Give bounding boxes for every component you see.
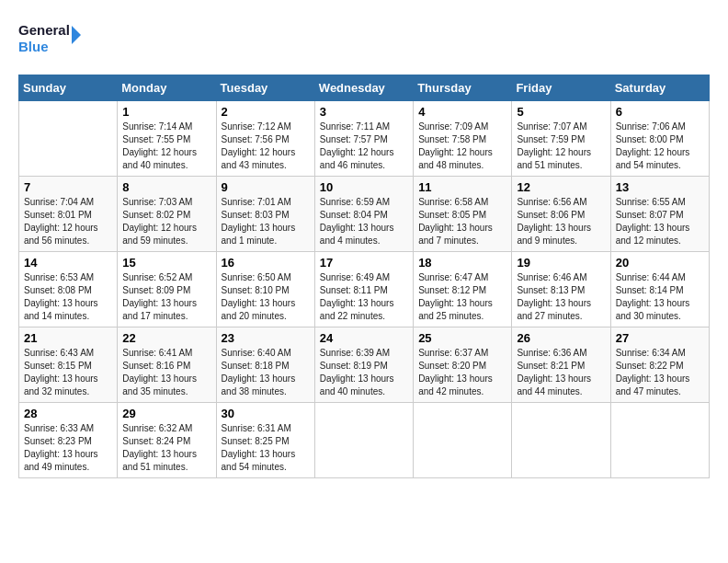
- calendar-cell: 25Sunrise: 6:37 AMSunset: 8:20 PMDayligh…: [414, 327, 512, 403]
- day-info: Sunrise: 6:34 AMSunset: 8:22 PMDaylight:…: [616, 347, 704, 398]
- day-number: 3: [320, 105, 408, 119]
- calendar-cell: 12Sunrise: 6:56 AMSunset: 8:06 PMDayligh…: [512, 177, 610, 252]
- calendar-cell: 4Sunrise: 7:09 AMSunset: 7:58 PMDaylight…: [414, 101, 512, 177]
- day-info: Sunrise: 6:32 AMSunset: 8:24 PMDaylight:…: [122, 422, 210, 474]
- day-info: Sunrise: 7:09 AMSunset: 7:58 PMDaylight:…: [418, 121, 506, 172]
- day-info: Sunrise: 7:01 AMSunset: 8:03 PMDaylight:…: [222, 196, 310, 247]
- day-number: 23: [222, 331, 310, 345]
- calendar-cell: 15Sunrise: 6:52 AMSunset: 8:09 PMDayligh…: [118, 252, 216, 327]
- calendar-cell: 5Sunrise: 7:07 AMSunset: 7:59 PMDaylight…: [512, 101, 610, 177]
- day-number: 5: [517, 105, 605, 119]
- calendar-cell: 14Sunrise: 6:53 AMSunset: 8:08 PMDayligh…: [19, 252, 118, 327]
- calendar-cell: 20Sunrise: 6:44 AMSunset: 8:14 PMDayligh…: [610, 252, 709, 327]
- logo-icon: General Blue: [18, 18, 83, 60]
- calendar-cell: 29Sunrise: 6:32 AMSunset: 8:24 PMDayligh…: [118, 403, 216, 478]
- day-info: Sunrise: 6:44 AMSunset: 8:14 PMDaylight:…: [616, 271, 704, 323]
- day-info: Sunrise: 7:03 AMSunset: 8:02 PMDaylight:…: [122, 196, 210, 247]
- day-info: Sunrise: 6:40 AMSunset: 8:18 PMDaylight:…: [222, 347, 310, 398]
- day-info: Sunrise: 7:07 AMSunset: 7:59 PMDaylight:…: [517, 121, 605, 172]
- calendar-cell: [19, 101, 118, 177]
- day-number: 11: [418, 180, 506, 194]
- day-number: 1: [122, 105, 210, 119]
- day-info: Sunrise: 6:33 AMSunset: 8:23 PMDaylight:…: [24, 422, 112, 474]
- day-number: 8: [122, 180, 210, 194]
- calendar-cell: 16Sunrise: 6:50 AMSunset: 8:10 PMDayligh…: [216, 252, 314, 327]
- calendar-cell: 30Sunrise: 6:31 AMSunset: 8:25 PMDayligh…: [216, 403, 314, 478]
- day-number: 13: [616, 180, 704, 194]
- logo: General Blue: [18, 18, 83, 60]
- day-info: Sunrise: 6:43 AMSunset: 8:15 PMDaylight:…: [24, 347, 112, 398]
- calendar-cell: 19Sunrise: 6:46 AMSunset: 8:13 PMDayligh…: [512, 252, 610, 327]
- day-number: 20: [616, 256, 704, 270]
- day-number: 29: [122, 407, 210, 420]
- svg-text:General: General: [18, 22, 70, 38]
- day-number: 4: [418, 105, 506, 119]
- calendar-cell: 18Sunrise: 6:47 AMSunset: 8:12 PMDayligh…: [414, 252, 512, 327]
- day-number: 27: [616, 331, 704, 345]
- day-info: Sunrise: 6:31 AMSunset: 8:25 PMDaylight:…: [222, 422, 310, 474]
- calendar-cell: 7Sunrise: 7:04 AMSunset: 8:01 PMDaylight…: [19, 177, 118, 252]
- calendar-cell: 9Sunrise: 7:01 AMSunset: 8:03 PMDaylight…: [216, 177, 314, 252]
- calendar-cell: 27Sunrise: 6:34 AMSunset: 8:22 PMDayligh…: [610, 327, 709, 403]
- svg-marker-2: [72, 26, 81, 44]
- calendar-week-5: 28Sunrise: 6:33 AMSunset: 8:23 PMDayligh…: [19, 403, 710, 478]
- calendar-cell: 8Sunrise: 7:03 AMSunset: 8:02 PMDaylight…: [118, 177, 216, 252]
- day-info: Sunrise: 6:36 AMSunset: 8:21 PMDaylight:…: [517, 347, 605, 398]
- day-info: Sunrise: 6:55 AMSunset: 8:07 PMDaylight:…: [616, 196, 704, 247]
- day-number: 30: [222, 407, 310, 420]
- calendar-cell: 6Sunrise: 7:06 AMSunset: 8:00 PMDaylight…: [610, 101, 709, 177]
- calendar-cell: 21Sunrise: 6:43 AMSunset: 8:15 PMDayligh…: [19, 327, 118, 403]
- weekday-header-saturday: Saturday: [610, 75, 709, 101]
- day-info: Sunrise: 6:56 AMSunset: 8:06 PMDaylight:…: [517, 196, 605, 247]
- day-number: 19: [517, 256, 605, 270]
- day-info: Sunrise: 6:49 AMSunset: 8:11 PMDaylight:…: [320, 271, 408, 323]
- day-info: Sunrise: 7:12 AMSunset: 7:56 PMDaylight:…: [222, 121, 310, 172]
- day-info: Sunrise: 6:37 AMSunset: 8:20 PMDaylight:…: [418, 347, 506, 398]
- day-number: 14: [24, 256, 112, 270]
- calendar-week-1: 1Sunrise: 7:14 AMSunset: 7:55 PMDaylight…: [19, 101, 710, 177]
- day-number: 18: [418, 256, 506, 270]
- calendar-cell: [512, 403, 610, 478]
- day-number: 28: [24, 407, 112, 420]
- calendar-cell: 26Sunrise: 6:36 AMSunset: 8:21 PMDayligh…: [512, 327, 610, 403]
- weekday-header-sunday: Sunday: [19, 75, 118, 101]
- day-number: 25: [418, 331, 506, 345]
- day-number: 12: [517, 180, 605, 194]
- calendar-cell: 2Sunrise: 7:12 AMSunset: 7:56 PMDaylight…: [216, 101, 314, 177]
- calendar-cell: 24Sunrise: 6:39 AMSunset: 8:19 PMDayligh…: [314, 327, 413, 403]
- calendar-cell: 13Sunrise: 6:55 AMSunset: 8:07 PMDayligh…: [610, 177, 709, 252]
- svg-text:Blue: Blue: [18, 39, 49, 54]
- day-info: Sunrise: 6:52 AMSunset: 8:09 PMDaylight:…: [122, 271, 210, 323]
- day-number: 6: [616, 105, 704, 119]
- weekday-header-monday: Monday: [118, 75, 216, 101]
- day-info: Sunrise: 7:04 AMSunset: 8:01 PMDaylight:…: [24, 196, 112, 247]
- calendar-cell: [610, 403, 709, 478]
- calendar-cell: 10Sunrise: 6:59 AMSunset: 8:04 PMDayligh…: [314, 177, 413, 252]
- calendar-cell: 3Sunrise: 7:11 AMSunset: 7:57 PMDaylight…: [314, 101, 413, 177]
- day-info: Sunrise: 6:59 AMSunset: 8:04 PMDaylight:…: [320, 196, 408, 247]
- calendar-cell: [314, 403, 413, 478]
- day-info: Sunrise: 7:11 AMSunset: 7:57 PMDaylight:…: [320, 121, 408, 172]
- weekday-header-friday: Friday: [512, 75, 610, 101]
- calendar-week-4: 21Sunrise: 6:43 AMSunset: 8:15 PMDayligh…: [19, 327, 710, 403]
- calendar-cell: [414, 403, 512, 478]
- day-info: Sunrise: 6:47 AMSunset: 8:12 PMDaylight:…: [418, 271, 506, 323]
- day-number: 7: [24, 180, 112, 194]
- calendar-cell: 11Sunrise: 6:58 AMSunset: 8:05 PMDayligh…: [414, 177, 512, 252]
- page-header: General Blue: [18, 18, 710, 60]
- day-info: Sunrise: 6:39 AMSunset: 8:19 PMDaylight:…: [320, 347, 408, 398]
- day-number: 9: [222, 180, 310, 194]
- day-info: Sunrise: 6:53 AMSunset: 8:08 PMDaylight:…: [24, 271, 112, 323]
- day-number: 21: [24, 331, 112, 345]
- weekday-header-row: SundayMondayTuesdayWednesdayThursdayFrid…: [19, 75, 710, 101]
- day-number: 16: [222, 256, 310, 270]
- calendar-week-2: 7Sunrise: 7:04 AMSunset: 8:01 PMDaylight…: [19, 177, 710, 252]
- calendar-cell: 17Sunrise: 6:49 AMSunset: 8:11 PMDayligh…: [314, 252, 413, 327]
- day-number: 26: [517, 331, 605, 345]
- calendar-cell: 1Sunrise: 7:14 AMSunset: 7:55 PMDaylight…: [118, 101, 216, 177]
- calendar-table: SundayMondayTuesdayWednesdayThursdayFrid…: [18, 75, 710, 478]
- day-info: Sunrise: 6:41 AMSunset: 8:16 PMDaylight:…: [122, 347, 210, 398]
- weekday-header-wednesday: Wednesday: [314, 75, 413, 101]
- calendar-week-3: 14Sunrise: 6:53 AMSunset: 8:08 PMDayligh…: [19, 252, 710, 327]
- day-number: 22: [122, 331, 210, 345]
